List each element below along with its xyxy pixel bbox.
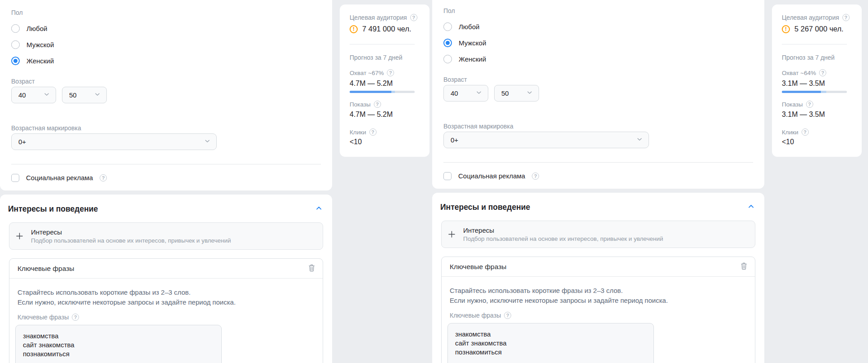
age-to-value: 50 [69,91,94,99]
key-phrases-hint-1: Старайтесь использовать короткие фразы и… [450,287,623,294]
age-marking-select[interactable]: 0+ [11,133,217,150]
age-marking-label: Возрастная маркировка [11,124,81,132]
help-icon[interactable]: ? [842,14,850,21]
radio-icon[interactable] [443,55,452,63]
forecast-period-label: Прогноз за 7 дней [350,54,403,61]
reach-label: Охват ~64% [782,70,816,76]
reach-bar-primary-segment [782,91,821,93]
reach-bar-secondary-segment [391,91,395,93]
interests-behavior-card: Интересы и поведение Интересы Подбор пол… [0,195,332,363]
social-ads-checkbox[interactable] [443,172,452,180]
radio-label: Любой [26,25,47,32]
radio-icon[interactable] [11,24,20,33]
reach-value: 4.7M — 5.2M [350,80,393,88]
help-icon[interactable]: ? [806,101,813,108]
gender-radio-option[interactable]: Любой [443,22,623,31]
social-ads-label: Социальная реклама [26,174,93,182]
help-icon[interactable]: ? [387,69,394,76]
clicks-label: Клики [350,129,366,136]
social-ads-checkbox[interactable] [11,174,19,182]
gender-radio-option[interactable]: Мужской [443,38,623,48]
add-interests-title: Интересы [31,228,231,236]
demographics-card: Демография Пол ЛюбойМужскойЖенский Возра… [432,0,764,189]
collapse-section-button[interactable] [313,204,324,214]
clicks-label-row: Клики ? [350,128,377,136]
clicks-value: <10 [350,138,362,146]
age-label: Возраст [443,76,467,83]
help-icon[interactable]: ? [100,174,107,182]
forecast-card: Целевая аудитория ? ! 7 491 000 чел. Про… [340,4,430,157]
help-icon[interactable]: ? [802,128,809,136]
key-phrases-header: Ключевые фразы [442,257,755,277]
key-phrases-textarea[interactable]: знакомства сайт знакомства познакомиться [447,323,654,363]
radio-label: Женский [459,55,486,63]
age-marking-select[interactable]: 0+ [443,132,649,148]
key-phrases-hint-2: Если нужно, исключите некоторые запросы … [450,297,668,304]
gender-radio-option[interactable]: Любой [11,24,191,33]
radio-icon[interactable] [11,40,20,49]
divider [443,162,753,163]
interests-section-title: Интересы и поведение [8,204,98,214]
age-from-select[interactable]: 40 [11,87,56,103]
reach-value: 3.1M — 3.5M [782,80,825,88]
social-ads-label: Социальная реклама [458,172,525,180]
age-to-select[interactable]: 50 [62,87,107,103]
reach-progress-bar [782,91,847,93]
audience-value: 7 491 000 чел. [362,25,411,33]
audience-value: 5 267 000 чел. [794,25,843,33]
add-interests-button[interactable]: Интересы Подбор пользователей на основе … [9,222,323,250]
radio-icon[interactable] [11,57,20,65]
collapse-section-button[interactable] [745,202,756,212]
help-icon[interactable]: ? [410,14,417,21]
audience-label-row: Целевая аудитория ? [350,14,417,21]
ad-group-column-2: Демография Пол ЛюбойМужскойЖенский Возра… [432,0,863,361]
chevron-down-icon [526,89,533,98]
delete-keywords-button[interactable] [738,261,749,272]
key-phrases-textarea[interactable]: знакомства сайт знакомства познакомиться [15,325,222,363]
age-marking-value: 0+ [451,136,636,144]
audience-label: Целевая аудитория [350,14,407,21]
delete-keywords-button[interactable] [306,263,317,274]
radio-label: Женский [26,57,54,65]
age-marking-value: 0+ [18,138,204,146]
age-from-select[interactable]: 40 [443,85,488,102]
radio-icon[interactable] [443,22,452,31]
forecast-card: Целевая аудитория ? ! 5 267 000 чел. Про… [772,4,862,157]
key-phrases-card: Ключевые фразы Старайтесь использовать к… [441,257,755,363]
radio-label: Мужской [459,39,486,47]
age-from-value: 40 [451,89,475,97]
help-icon[interactable]: ? [819,69,826,76]
social-ads-checkbox-row[interactable]: Социальная реклама ? [443,171,539,181]
key-phrases-field-label: Ключевые фразы [18,314,69,321]
audience-label-row: Целевая аудитория ? [782,14,850,21]
gender-radio-option[interactable]: Мужской [11,40,191,49]
key-phrases-field-label-row: Ключевые фразы ? [18,314,79,321]
help-icon[interactable]: ? [374,101,381,108]
age-to-select[interactable]: 50 [494,85,539,102]
add-interests-subtitle: Подбор пользователей на основе их интере… [463,235,663,242]
reach-label-row: Охват ~67% ? [350,69,394,76]
chevron-down-icon [636,136,643,145]
radio-icon[interactable] [443,39,452,47]
social-ads-checkbox-row[interactable]: Социальная реклама ? [11,173,107,182]
gender-radio-option[interactable]: Женский [11,56,191,66]
key-phrases-title: Ключевые фразы [18,265,74,273]
help-icon[interactable]: ? [72,314,79,321]
gender-radio-option[interactable]: Женский [443,54,623,64]
key-phrases-field-label: Ключевые фразы [450,312,501,319]
help-icon[interactable]: ? [369,128,377,136]
add-interests-button[interactable]: Интересы Подбор пользователей на основе … [441,221,755,248]
chevron-down-icon [475,89,482,98]
reach-bar-primary-segment [350,91,391,93]
chevron-down-icon [204,137,211,146]
age-to-value: 50 [501,89,526,97]
chevron-down-icon [43,91,50,100]
key-phrases-card: Ключевые фразы Старайтесь использовать к… [9,258,323,363]
help-icon[interactable]: ? [532,173,539,180]
help-icon[interactable]: ? [504,312,511,319]
divider [11,164,321,164]
warning-icon: ! [350,25,358,33]
interests-behavior-card: Интересы и поведение Интересы Подбор пол… [432,193,764,363]
key-phrases-hint-1: Старайтесь использовать короткие фразы и… [18,288,191,296]
divider [782,44,847,44]
